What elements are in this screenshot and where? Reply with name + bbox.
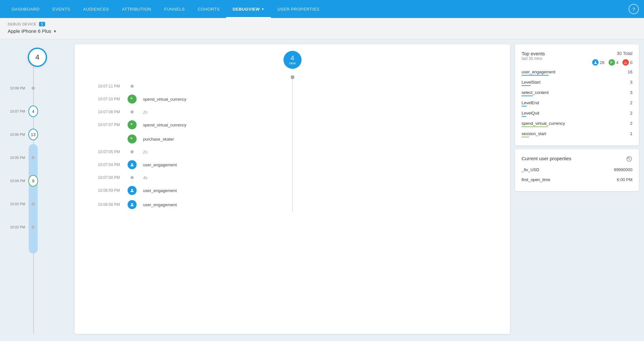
timeline-dot-area (28, 202, 38, 206)
list-item[interactable]: LevelEnd 2 (522, 98, 632, 108)
prop-value: 99990000 (614, 167, 632, 172)
event-list-name: session_start (522, 131, 546, 136)
timeline-bubble-4[interactable]: 4 (28, 106, 38, 117)
help-button[interactable]: ? (629, 4, 639, 14)
event-name-italic: 4s (138, 175, 497, 180)
panel-title: Top events last 30 mins (522, 51, 545, 65)
event-row: 10:07:00 PM 4s (75, 172, 510, 183)
device-name: Apple iPhone 6 Plus (8, 28, 51, 34)
event-time: 10:07:00 PM (88, 175, 126, 180)
event-dot (130, 110, 134, 114)
event-time: 10:07:08 PM (88, 110, 126, 114)
nav-item-events[interactable]: EVENTS (46, 0, 77, 18)
timeline-row[interactable]: 10:06 PM 13 (5, 123, 70, 146)
event-time: 10:07:05 PM (88, 150, 126, 154)
nav-item-cohorts[interactable]: COHORTS (191, 0, 226, 18)
prop-name: _ltv_USD (522, 167, 539, 172)
timeline-sidebar: 4 10:08 PM 10:07 PM 4 10:06 (5, 44, 70, 334)
event-icon-area (126, 200, 138, 209)
top-nav: DASHBOARD EVENTS AUDIENCES ATTRIBUTION F… (0, 0, 644, 18)
event-list-count: 1 (630, 131, 632, 136)
red-warning-icon: ! (622, 59, 629, 66)
svg-point-2 (131, 203, 133, 205)
green-flag-icon (128, 95, 137, 104)
event-row[interactable]: purchase_skater (75, 132, 510, 146)
nav-item-audiences[interactable]: AUDIENCES (77, 0, 115, 18)
event-list-name: LevelStart (522, 80, 541, 85)
blue-count: 26 (592, 59, 604, 66)
nav-item-funnels[interactable]: FUNNELS (158, 0, 191, 18)
timeline-dot (32, 202, 35, 206)
list-item[interactable]: spend_virtual_currency 2 (522, 118, 632, 129)
event-icon-area (126, 120, 138, 129)
event-row[interactable]: 10:07:07 PM spend_virtual_currency (75, 118, 510, 132)
timeline-dot (32, 156, 35, 159)
event-time: 10:07:11 PM (88, 84, 126, 88)
blue-engagement-icon (128, 186, 137, 195)
event-row[interactable]: 10:06:58 PM user_engagement (75, 198, 510, 212)
list-item[interactable]: select_content 3 (522, 88, 632, 98)
nav-item-dashboard[interactable]: DASHBOARD (5, 0, 46, 18)
event-list-count: 2 (630, 100, 632, 105)
timeline-row[interactable]: 10:04 PM 9 (5, 169, 70, 192)
timeline-time: 10:06 PM (5, 133, 28, 136)
event-name: purchase_skater (138, 137, 497, 142)
timeline-dot (32, 226, 35, 229)
nav-item-user-properties[interactable]: USER PROPERTIES (271, 0, 326, 18)
event-icon-area (126, 176, 138, 179)
nav-item-attribution[interactable]: ATTRIBUTION (115, 0, 158, 18)
event-row[interactable]: 10:07:04 PM user_engagement (75, 158, 510, 172)
event-timeline: 4 new 10:07:11 PM 10:07:10 PM (75, 51, 510, 212)
event-dot (130, 85, 134, 88)
timeline-time: 10:02 PM (5, 225, 28, 229)
timeline-dot-area: 4 (28, 106, 38, 117)
blue-user-icon (592, 59, 599, 66)
user-properties-card: Current user properties _ltv_USD 9999000… (515, 149, 639, 191)
list-item[interactable]: user_engagement 16 (522, 67, 632, 77)
event-name: user_engagement (138, 202, 497, 207)
event-list-count: 2 (630, 111, 632, 115)
event-dot (130, 176, 134, 179)
event-name: user_engagement (138, 188, 497, 193)
event-time: 10:06:58 PM (88, 202, 126, 207)
event-row[interactable]: 10:07:10 PM spend_virtual_currency (75, 92, 510, 106)
list-item[interactable]: session_start 1 (522, 129, 632, 139)
event-name: user_engagement (138, 162, 497, 167)
svg-point-1 (131, 189, 133, 191)
svg-point-3 (595, 61, 596, 63)
timeline-row: 10:05 PM (5, 146, 70, 169)
debug-count-badge: 1 (39, 22, 45, 26)
timeline-time: 10:08 PM (5, 86, 28, 90)
nav-item-debugview[interactable]: DEBUGVIEW ▼ (226, 0, 271, 18)
blue-engagement-icon (128, 200, 137, 209)
panel-header: Top events last 30 mins 30 Total 26 (522, 51, 632, 66)
event-list-count: 2 (630, 121, 632, 126)
center-panel: 4 new 10:07:11 PM 10:07:10 PM (75, 44, 510, 334)
history-icon[interactable] (626, 156, 632, 163)
connector-dot (291, 75, 294, 79)
debug-device-label: DEBUG DEVICE 1 (8, 22, 636, 26)
event-icon-area (126, 134, 138, 143)
event-row: 10:07:05 PM 2s (75, 146, 510, 158)
timeline-bubble-9[interactable]: 9 (28, 175, 38, 187)
green-flag-icon (128, 120, 137, 129)
panel-header: Current user properties (522, 156, 632, 163)
list-item[interactable]: LevelQuit 2 (522, 108, 632, 118)
event-name-italic: 2s (138, 150, 497, 154)
svg-text:!: ! (625, 62, 626, 64)
event-row[interactable]: 10:06:59 PM user_engagement (75, 183, 510, 198)
event-list-count: 16 (628, 69, 632, 74)
timeline-time: 10:05 PM (5, 156, 28, 160)
device-selector[interactable]: Apple iPhone 6 Plus ▾ (8, 28, 636, 34)
event-icon-area (126, 95, 138, 104)
timeline-dot-area: 13 (28, 129, 38, 140)
event-name: spend_virtual_currency (138, 123, 497, 127)
event-icon-area (126, 160, 138, 169)
right-panel: Top events last 30 mins 30 Total 26 (515, 44, 644, 334)
list-item[interactable]: LevelStart 3 (522, 77, 632, 88)
timeline-bubble-13[interactable]: 13 (28, 129, 38, 140)
subheader: DEBUG DEVICE 1 Apple iPhone 6 Plus ▾ (0, 18, 644, 39)
timeline-row[interactable]: 10:07 PM 4 (5, 100, 70, 123)
green-flag-icon (128, 134, 137, 143)
event-time: 10:07:10 PM (88, 97, 126, 101)
